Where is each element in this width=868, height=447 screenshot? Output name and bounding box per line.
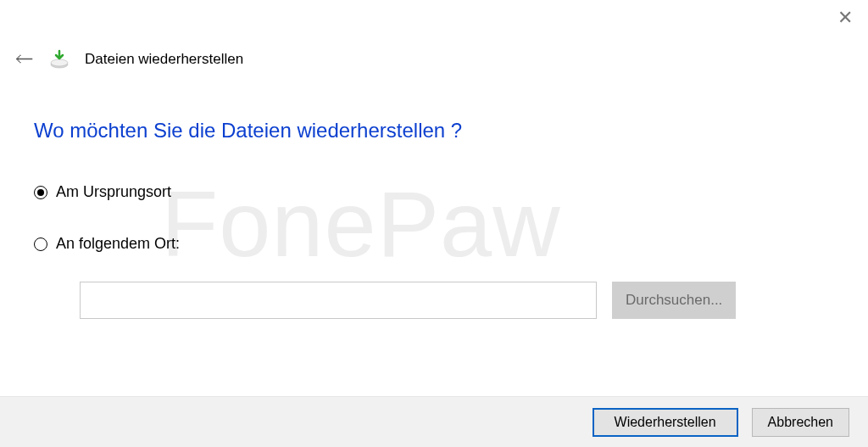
radio-original-icon[interactable] bbox=[34, 186, 47, 199]
path-input[interactable] bbox=[80, 282, 597, 319]
cancel-button[interactable]: Abbrechen bbox=[752, 408, 849, 437]
radio-original-label: Am Ursprungsort bbox=[56, 183, 171, 201]
window-title: Dateien wiederherstellen bbox=[85, 51, 243, 68]
browse-button[interactable]: Durchsuchen... bbox=[612, 282, 736, 319]
header: 🡐 Dateien wiederherstellen bbox=[15, 49, 243, 70]
page-heading: Wo möchten Sie die Dateien wiederherstel… bbox=[34, 119, 834, 142]
main-content: Wo möchten Sie die Dateien wiederherstel… bbox=[34, 119, 834, 319]
path-row: Durchsuchen... bbox=[80, 282, 834, 319]
close-icon[interactable]: ✕ bbox=[837, 8, 853, 27]
radio-custom-label: An folgendem Ort: bbox=[56, 235, 180, 253]
restore-app-icon bbox=[49, 49, 70, 70]
back-arrow-icon[interactable]: 🡐 bbox=[15, 50, 34, 69]
svg-point-1 bbox=[51, 59, 68, 66]
restore-button[interactable]: Wiederherstellen bbox=[593, 408, 738, 437]
footer: Wiederherstellen Abbrechen bbox=[0, 396, 868, 447]
radio-custom-icon[interactable] bbox=[34, 237, 47, 251]
option-original-location[interactable]: Am Ursprungsort bbox=[34, 183, 834, 201]
option-custom-location[interactable]: An folgendem Ort: bbox=[34, 235, 834, 253]
